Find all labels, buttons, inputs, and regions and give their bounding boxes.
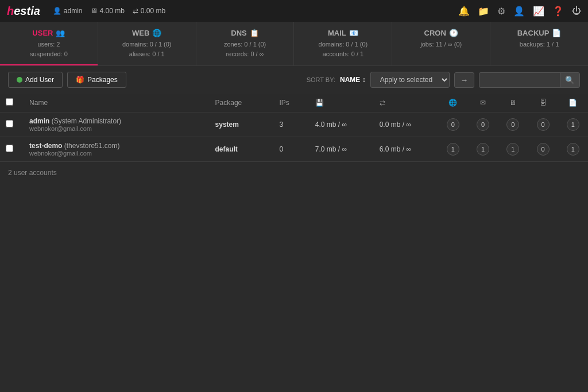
memory-value: 4.00 mb <box>100 7 125 15</box>
package-badge[interactable]: system <box>215 121 239 129</box>
user-circle-icon[interactable]: 👤 <box>513 6 525 17</box>
user-email: webnokor@gmail.com <box>29 150 203 157</box>
row-checkbox-0[interactable] <box>6 120 13 127</box>
tab-backup[interactable]: BACKUP 📄 backups: 1 / 1 <box>490 22 588 65</box>
add-user-button[interactable]: Add User <box>8 72 63 88</box>
search-box: 🔍 <box>479 72 580 88</box>
backup-count-badge: 1 <box>567 143 579 156</box>
folder-icon[interactable]: 📁 <box>478 6 489 17</box>
user-name-extra: (thevstore51.com) <box>64 142 120 150</box>
tab-backup-title: BACKUP 📄 <box>496 29 582 37</box>
select-all-checkbox[interactable] <box>6 98 13 106</box>
tab-dns[interactable]: DNS 📋 zones: 0 / 1 (0) records: 0 / ∞ <box>196 22 295 65</box>
row-name-cell: admin (System Administrator) webnokor@gm… <box>24 112 209 137</box>
tab-dns-title: DNS 📋 <box>202 29 288 37</box>
add-dot-icon <box>17 77 22 83</box>
admin-label: admin <box>64 7 83 15</box>
gear-icon[interactable]: ⚙ <box>497 6 505 17</box>
table-row: admin (System Administrator) webnokor@gm… <box>0 112 588 137</box>
users-icon: 👥 <box>56 29 65 37</box>
packages-button[interactable]: 🎁 Packages <box>67 72 126 88</box>
row-name-cell: test-demo (thevstore51.com) webnokor@gma… <box>24 137 209 162</box>
cron-icon: 🕐 <box>449 29 458 37</box>
question-icon[interactable]: ❓ <box>552 6 564 17</box>
apply-button[interactable]: → <box>454 72 474 88</box>
summary-bar: USER 👥 users: 2 suspended: 0 WEB 🌐 domai… <box>0 22 588 66</box>
row-package-cell: default <box>210 137 274 162</box>
packages-icon: 🎁 <box>76 76 84 84</box>
tab-cron-stat1: jobs: 11 / ∞ (0) <box>398 40 484 49</box>
row-db-cell: 1 <box>498 137 528 162</box>
disk-header: 💾 <box>310 94 374 112</box>
user-display-name[interactable]: admin (System Administrator) <box>29 117 203 125</box>
tab-user-stat2: suspended: 0 <box>6 49 92 59</box>
db-count-badge: 1 <box>506 143 519 156</box>
traffic-value: 0.00 mb <box>141 7 165 15</box>
row-package-cell: system <box>210 112 274 137</box>
apply-to-selected-dropdown[interactable]: Apply to selected <box>370 72 450 88</box>
mail-count-badge: 1 <box>477 143 489 156</box>
action-bar: Add User 🎁 Packages SORT BY: NAME ↕ Appl… <box>0 66 588 94</box>
db-header: 🖥 <box>498 94 528 112</box>
user-email: webnokor@gmail.com <box>29 125 203 132</box>
tab-web-title: WEB 🌐 <box>104 29 190 37</box>
row-checkbox-1[interactable] <box>6 145 13 152</box>
tab-web[interactable]: WEB 🌐 domains: 0 / 1 (0) aliases: 0 / 1 <box>98 22 196 65</box>
mail-count-badge: 0 <box>477 118 489 131</box>
search-button[interactable]: 🔍 <box>560 73 579 87</box>
web-count-badge: 0 <box>447 118 459 131</box>
sort-by-label: SORT BY: <box>307 76 335 83</box>
name-header: Name <box>24 94 209 112</box>
tab-mail[interactable]: MAIL 📧 domains: 0 / 1 (0) accounts: 0 / … <box>294 22 392 65</box>
mail-header: ✉ <box>468 94 498 112</box>
package-badge[interactable]: default <box>215 145 238 153</box>
memory-icon: 🖥 <box>91 7 98 15</box>
traffic-info: ⇄ 0.00 mb <box>133 7 165 15</box>
row-disk-cell: 4.0 mb / ∞ <box>310 112 374 137</box>
row-disk-cell: 7.0 mb / ∞ <box>310 137 374 162</box>
row-backup-cell: 1 <box>558 137 588 162</box>
table-header-row: Name Package IPs 💾 ⇄ 🌐 ✉ <box>0 94 588 112</box>
sort-value[interactable]: NAME ↕ <box>340 76 366 84</box>
logo: hestia <box>7 5 40 18</box>
tab-web-stat1: domains: 0 / 1 (0) <box>104 40 190 49</box>
user-name-extra: (System Administrator) <box>52 117 121 125</box>
memory-info: 🖥 4.00 mb <box>91 7 125 15</box>
footer-count: 2 user accounts <box>0 162 588 184</box>
package-header: Package <box>210 94 274 112</box>
dns-count-badge: 0 <box>537 143 550 156</box>
web-icon: 🌐 <box>152 29 161 37</box>
row-ips-cell: 0 <box>274 137 310 162</box>
user-display-name[interactable]: test-demo (thevstore51.com) <box>29 142 203 150</box>
chart-icon[interactable]: 📈 <box>533 6 544 17</box>
user-table: Name Package IPs 💾 ⇄ 🌐 ✉ <box>0 94 588 162</box>
tab-mail-stat2: accounts: 0 / 1 <box>300 49 386 59</box>
mail-icon: 📧 <box>349 29 358 37</box>
web-header: 🌐 <box>438 94 468 112</box>
bandwidth-header: ⇄ <box>374 94 438 112</box>
system-info: 👤 admin 🖥 4.00 mb ⇄ 0.00 mb <box>53 7 451 15</box>
row-backup-cell: 1 <box>558 112 588 137</box>
logout-icon[interactable]: ⏻ <box>572 6 581 16</box>
row-mail-cell: 0 <box>468 112 498 137</box>
row-dns-cell: 0 <box>528 112 558 137</box>
sort-controls: SORT BY: NAME ↕ Apply to selected → 🔍 <box>307 72 580 88</box>
tab-cron-title: CRON 🕐 <box>398 29 484 37</box>
dns-header: 🗄 <box>528 94 558 112</box>
bell-icon[interactable]: 🔔 <box>458 6 470 17</box>
row-web-cell: 1 <box>438 137 468 162</box>
tab-user[interactable]: USER 👥 users: 2 suspended: 0 <box>0 22 98 65</box>
table-row: test-demo (thevstore51.com) webnokor@gma… <box>0 137 588 162</box>
admin-info: 👤 admin <box>53 7 83 15</box>
top-navigation: hestia 👤 admin 🖥 4.00 mb ⇄ 0.00 mb 🔔 📁 ⚙… <box>0 0 588 22</box>
tab-user-stat1: users: 2 <box>6 40 92 49</box>
search-input[interactable] <box>479 73 560 87</box>
db-count-badge: 0 <box>506 118 519 131</box>
tab-cron[interactable]: CRON 🕐 jobs: 11 / ∞ (0) <box>392 22 490 65</box>
tab-web-stat2: aliases: 0 / 1 <box>104 49 190 59</box>
row-checkbox-cell <box>0 112 24 137</box>
tab-mail-title: MAIL 📧 <box>300 29 386 37</box>
row-ips-cell: 3 <box>274 112 310 137</box>
row-bandwidth-cell: 0.0 mb / ∞ <box>374 112 438 137</box>
row-web-cell: 0 <box>438 112 468 137</box>
